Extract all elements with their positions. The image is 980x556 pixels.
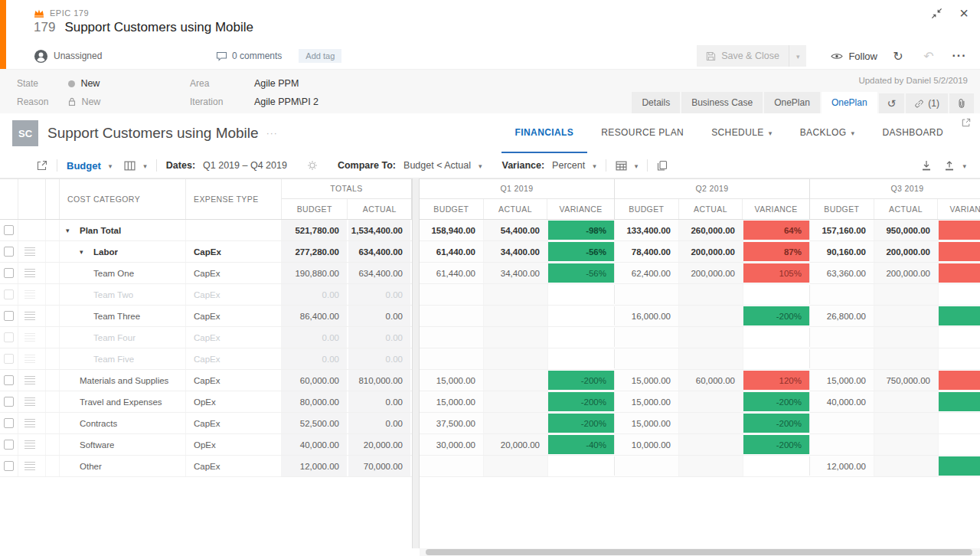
header-q1-budget[interactable]: BUDGET: [420, 199, 484, 219]
totals-budget-cell[interactable]: 80,000.00: [282, 391, 348, 412]
totals-budget-cell[interactable]: 190,880.00: [282, 263, 348, 283]
totals-budget-cell[interactable]: 521,780.00: [282, 220, 348, 240]
row-menu-cell[interactable]: [18, 241, 46, 262]
q3-variance-cell[interactable]: [939, 349, 980, 368]
row-menu-icon[interactable]: [24, 312, 35, 320]
totals-actual-cell[interactable]: 0.00: [348, 348, 412, 369]
totals-actual-cell[interactable]: 0.00: [348, 327, 412, 348]
q3-budget-cell[interactable]: [810, 413, 874, 433]
row-menu-icon[interactable]: [24, 355, 35, 363]
totals-budget-cell[interactable]: 0.00: [282, 327, 348, 348]
iteration-value[interactable]: Agile PPM\PI 2: [254, 96, 318, 107]
q1-budget-cell[interactable]: [420, 456, 484, 476]
scrollbar-thumb[interactable]: [426, 549, 972, 555]
totals-budget-cell[interactable]: 12,000.00: [282, 456, 348, 476]
gear-icon[interactable]: [307, 160, 318, 171]
q1-variance-cell[interactable]: [548, 306, 615, 325]
q2-variance-cell[interactable]: -200%: [743, 414, 810, 433]
q2-variance-cell[interactable]: [743, 328, 810, 347]
tab-oneplan-2-active[interactable]: OnePlan: [822, 92, 877, 113]
q3-variance-cell[interactable]: [939, 435, 980, 454]
nav-resource-plan[interactable]: RESOURCE PLAN: [587, 113, 697, 153]
tab-details[interactable]: Details: [632, 92, 680, 113]
q2-actual-cell[interactable]: 200,000.00: [679, 263, 743, 283]
q1-variance-cell[interactable]: -98%: [548, 221, 615, 240]
expense-type-cell[interactable]: [186, 220, 282, 240]
q1-variance-cell[interactable]: -200%: [548, 414, 615, 433]
cost-category-cell[interactable]: Software: [60, 434, 186, 455]
q3-variance-cell[interactable]: [939, 221, 980, 240]
row-menu-icon[interactable]: [24, 419, 35, 427]
q1-actual-cell[interactable]: 20,000.00: [484, 434, 548, 455]
q3-actual-cell[interactable]: [874, 284, 939, 305]
view-selector[interactable]: Budget: [67, 160, 112, 172]
q3-variance-cell[interactable]: [939, 285, 980, 304]
table-row[interactable]: OtherCapEx12,000.0070,000.0012,000.00: [0, 456, 980, 477]
cost-category-cell[interactable]: Team One: [60, 263, 186, 283]
q3-budget-cell[interactable]: [810, 348, 874, 369]
save-close-button[interactable]: Save & Close: [697, 45, 806, 67]
q3-budget-cell[interactable]: [810, 327, 874, 348]
expense-type-cell[interactable]: CapEx: [186, 263, 282, 283]
row-menu-icon[interactable]: [24, 290, 35, 299]
totals-actual-cell[interactable]: 0.00: [348, 391, 412, 412]
comments-button[interactable]: 0 comments: [216, 51, 282, 61]
q2-budget-cell[interactable]: [615, 284, 679, 305]
q1-variance-cell[interactable]: [548, 328, 615, 347]
workitem-title-input[interactable]: Support Customers using Mobile: [64, 20, 253, 35]
checkbox-icon[interactable]: [4, 225, 14, 235]
q3-actual-cell[interactable]: [874, 327, 939, 348]
q2-variance-cell[interactable]: -200%: [743, 392, 810, 411]
table-row[interactable]: Plan Total521,780.001,534,400.00158,940.…: [0, 220, 980, 241]
row-select-cell[interactable]: [0, 434, 18, 455]
q3-actual-cell[interactable]: [874, 456, 939, 476]
q3-actual-cell[interactable]: [874, 434, 939, 455]
q1-actual-cell[interactable]: [484, 370, 548, 391]
q3-actual-cell[interactable]: [874, 348, 939, 369]
q2-budget-cell[interactable]: 15,000.00: [615, 391, 679, 412]
q1-actual-cell[interactable]: [484, 391, 548, 412]
q3-budget-cell[interactable]: 63,360.00: [810, 263, 874, 283]
q2-budget-cell[interactable]: 15,000.00: [615, 370, 679, 391]
q2-budget-cell[interactable]: [615, 348, 679, 369]
q3-variance-cell[interactable]: [939, 371, 980, 390]
q1-budget-cell[interactable]: 37,500.00: [420, 413, 484, 433]
totals-budget-cell[interactable]: 86,400.00: [282, 306, 348, 326]
totals-actual-cell[interactable]: 1,534,400.00: [348, 220, 412, 240]
expense-type-cell[interactable]: CapEx: [186, 327, 282, 348]
q2-actual-cell[interactable]: [679, 456, 743, 476]
q1-actual-cell[interactable]: 34,400.00: [484, 241, 548, 262]
q3-budget-cell[interactable]: 157,160.00: [810, 220, 874, 240]
q1-variance-cell[interactable]: [548, 285, 615, 304]
q2-budget-cell[interactable]: [615, 456, 679, 476]
totals-budget-cell[interactable]: 0.00: [282, 284, 348, 305]
tab-attachments[interactable]: [949, 93, 974, 113]
q2-budget-cell[interactable]: 62,400.00: [615, 263, 679, 283]
q1-budget-cell[interactable]: 15,000.00: [420, 370, 484, 391]
row-menu-cell[interactable]: [18, 327, 46, 348]
row-menu-icon[interactable]: [24, 462, 35, 470]
header-q3-budget[interactable]: BUDGET: [810, 199, 874, 219]
q3-actual-cell[interactable]: 200,000.00: [874, 241, 939, 262]
q1-actual-cell[interactable]: [484, 327, 548, 348]
expense-type-cell[interactable]: CapEx: [186, 413, 282, 433]
q2-actual-cell[interactable]: [679, 391, 743, 412]
q3-actual-cell[interactable]: [874, 306, 939, 326]
dates-button[interactable]: Dates:Q1 2019 – Q4 2019: [166, 160, 287, 171]
checkbox-icon[interactable]: [4, 397, 14, 407]
q3-variance-cell[interactable]: [939, 392, 980, 411]
table-row[interactable]: Team ThreeCapEx86,400.000.0016,000.00-20…: [0, 306, 980, 327]
row-menu-cell[interactable]: [18, 456, 46, 476]
cost-category-cell[interactable]: Plan Total: [60, 220, 186, 240]
q1-budget-cell[interactable]: [420, 306, 484, 326]
checkbox-icon[interactable]: [4, 461, 14, 471]
expense-type-cell[interactable]: CapEx: [186, 370, 282, 391]
save-options-caret[interactable]: [789, 45, 807, 67]
q2-variance-cell[interactable]: [743, 285, 810, 304]
q1-budget-cell[interactable]: [420, 327, 484, 348]
checkbox-icon[interactable]: [4, 247, 14, 257]
row-menu-icon[interactable]: [24, 440, 35, 449]
area-value[interactable]: Agile PPM: [254, 78, 318, 89]
q2-variance-cell[interactable]: 120%: [743, 371, 810, 390]
q2-variance-cell[interactable]: 87%: [743, 242, 810, 261]
